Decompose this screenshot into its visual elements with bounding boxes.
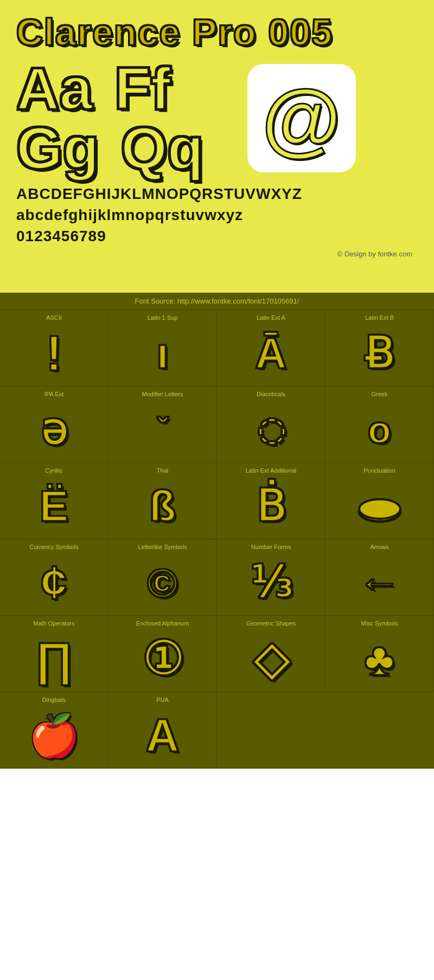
glyph-char-modifier: ˇ [157,400,168,460]
glyph-cell-latin1sup: Latin 1 Sup ı [108,310,217,386]
glyph-char-dingbats: 🍎 [29,706,80,765]
glyph-label-ascii: ASCII [46,314,62,321]
glyph-label-greek: Greek [372,391,388,397]
glyph-cell-letterlike: Letterlike Symbols © [108,539,217,616]
glyph-char-cyrillic: Ё [40,476,69,536]
glyph-char-latinextb: Ƀ [365,324,394,383]
at-symbol: @ [261,78,341,159]
glyph-label-modifier: Modifier Letters [142,391,183,397]
sample-letters: Aa Ff Gg Qq @ [16,59,418,178]
glyph-cell-geoshapes: Geometric Shapes ◇ [217,616,326,692]
dark-section: Font Source: http://www.fontke.com/font/… [0,293,434,769]
glyph-char-pua: A [146,706,179,765]
glyph-char-arrows: ← [358,553,401,612]
glyph-char-letterlike: © [148,553,177,612]
glyph-char-ascii: ! [46,324,62,383]
glyph-label-letterlike: Letterlike Symbols [138,544,187,550]
glyph-char-numforms: ⅓ [250,553,292,612]
glyph-label-mathops: Math Operators [33,620,74,627]
glyph-char-diacrit: ◌ [257,400,285,460]
glyph-cell-latinextadd: Latin Ext Additional Ḃ [217,463,326,539]
alphabet-upper: ABCDEFGHIJKLMNOPQRSTUVWXYZ [16,183,418,204]
glyph-cell-misc: Misc Symbols ♣ [326,616,434,692]
glyph-label-geoshapes: Geometric Shapes [246,620,296,627]
glyph-cell-currency: Currency Symbols ¢ [0,539,108,616]
glyph-char-ipaext: ə [41,400,67,460]
glyph-label-enclosed: Enclosed Alphanum [136,620,189,627]
glyph-label-latinextadd: Latin Ext Additional [246,467,297,474]
glyph-cell-empty1 [217,692,326,769]
sample-ff: Ff [114,59,171,118]
glyph-char-currency: ¢ [41,553,67,612]
design-credit: © Design by fontke.com [16,250,418,258]
glyph-label-numforms: Number Forms [251,544,291,550]
glyph-label-latin1sup: Latin 1 Sup [148,314,178,321]
header-section: Clarence Pro 005 Aa Ff Gg Qq @ ABCDEFGHI… [0,0,434,293]
glyph-cell-numforms: Number Forms ⅓ [217,539,326,616]
glyph-cell-pua: PUA A [108,692,217,769]
glyph-char-latin1sup: ı [156,324,168,383]
glyph-cell-thai: Thai ß [108,463,217,539]
glyph-cell-ipaext: IPA Ext ə [0,386,108,463]
glyph-cell-enclosed: Enclosed Alphanum ① [108,616,217,692]
glyph-char-geoshapes: ◇ [253,629,289,689]
font-source: Font Source: http://www.fontke.com/font/… [0,293,434,310]
glyph-char-latinextadd: Ḃ [256,476,286,536]
glyph-label-misc: Misc Symbols [361,620,398,627]
glyph-label-thai: Thai [157,467,168,474]
glyph-cell-punctuation: Punctuation [326,463,434,539]
glyph-cell-ascii: ASCII ! [0,310,108,386]
glyph-label-latinexta: Latin Ext A [257,314,285,321]
glyph-cell-latinextb: Latin Ext B Ƀ [326,310,434,386]
alphabet-section: ABCDEFGHIJKLMNOPQRSTUVWXYZ abcdefghijklm… [16,183,418,247]
at-symbol-container: @ [247,64,356,172]
glyph-cell-latinexta: Latin Ext A Ā [217,310,326,386]
glyph-cell-empty2 [326,692,434,769]
glyph-char-greek: ο [368,400,391,460]
glyph-cell-mathops: Math Operators ∏ [0,616,108,692]
glyph-char-thai: ß [149,476,176,536]
glyph-label-diacrit: Diacriticals [257,391,285,397]
glyph-label-pua: PUA [156,697,169,703]
glyph-grid: ASCII ! Latin 1 Sup ı Latin Ext A Ā Lati… [0,310,434,769]
alphabet-lower: abcdefghijklmnopqrstuvwxyz [16,204,418,225]
sample-gg: Gg [16,118,99,178]
svg-point-1 [359,499,400,519]
punctuation-svg [355,476,404,536]
glyph-cell-diacrit: Diacriticals ◌ [217,386,326,463]
glyph-cell-modifier: Modifier Letters ˇ [108,386,217,463]
glyph-label-currency: Currency Symbols [30,544,79,550]
glyph-cell-greek: Greek ο [326,386,434,463]
digits: 0123456789 [16,225,418,247]
glyph-label-latinextb: Latin Ext B [365,314,394,321]
glyph-char-enclosed: ① [142,629,183,689]
glyph-label-dingbats: Dingbats [42,697,66,703]
glyph-char-mathops: ∏ [35,629,73,689]
glyph-cell-cyrillic: Cyrillic Ё [0,463,108,539]
glyph-char-latinexta: Ā [256,324,287,383]
glyph-label-punctuation: Punctuation [363,467,395,474]
sample-aa: Aa [16,59,93,118]
sample-qq: Qq [121,118,204,178]
glyph-label-arrows: Arrows [370,544,388,550]
glyph-char-misc: ♣ [365,629,395,689]
glyph-cell-arrows: Arrows ← [326,539,434,616]
font-title: Clarence Pro 005 [16,11,418,53]
glyph-label-ipaext: IPA Ext [44,391,63,397]
glyph-cell-dingbats: Dingbats 🍎 [0,692,108,769]
glyph-label-cyrillic: Cyrillic [45,467,62,474]
